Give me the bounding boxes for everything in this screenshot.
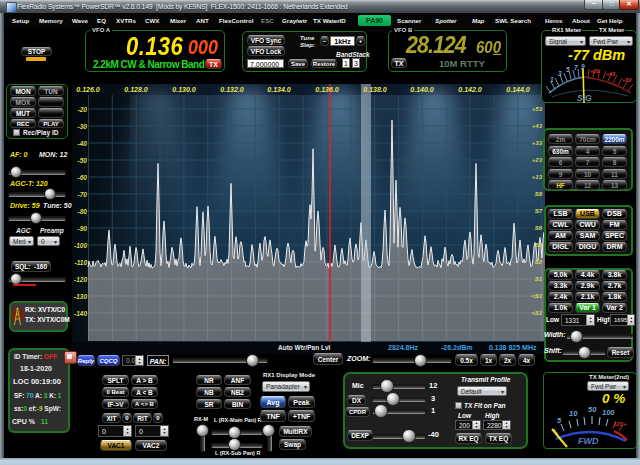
svg-text:-30: -30 [78, 123, 88, 130]
svg-text:0.138.0: 0.138.0 [363, 86, 386, 93]
svg-text:<S1: <S1 [531, 293, 543, 299]
svg-text:+43: +43 [532, 123, 543, 129]
svg-text:FWD: FWD [578, 436, 599, 446]
svg-text:0.126.0: 0.126.0 [76, 86, 99, 93]
svg-text:S4: S4 [535, 242, 543, 248]
svg-text:1: 1 [550, 76, 554, 83]
svg-text:0.130.0: 0.130.0 [172, 86, 195, 93]
svg-text:0.142.0: 0.142.0 [458, 86, 481, 93]
svg-text:S6: S6 [535, 225, 543, 231]
svg-text:+13: +13 [532, 174, 543, 180]
svg-text:3: 3 [558, 70, 562, 77]
svg-text:-60: -60 [78, 174, 88, 181]
svg-text:10: 10 [569, 409, 578, 418]
svg-text:50: 50 [588, 405, 597, 414]
svg-text:SIG: SIG [577, 93, 592, 103]
svg-text:5: 5 [566, 66, 570, 73]
svg-text:9: 9 [581, 63, 585, 70]
svg-text:+53: +53 [532, 106, 543, 112]
svg-text:-120: -120 [74, 276, 87, 283]
svg-text:0.134.0: 0.134.0 [267, 86, 290, 93]
svg-text:-90: -90 [78, 225, 88, 232]
svg-text:-70: -70 [78, 191, 88, 198]
svg-text:-140: -140 [74, 310, 87, 317]
svg-text:0.144.0: 0.144.0 [506, 86, 529, 93]
svg-text:0.140.0: 0.140.0 [410, 86, 433, 93]
svg-text:S9: S9 [535, 191, 543, 197]
svg-text:0.128.0: 0.128.0 [124, 86, 147, 93]
svg-text:<S1: <S1 [531, 310, 543, 316]
svg-text:0.136.0: 0.136.0 [315, 86, 338, 93]
svg-text:-40: -40 [78, 140, 88, 147]
svg-text:120+: 120+ [613, 421, 627, 427]
svg-text:+20: +20 [590, 68, 599, 74]
svg-text:S7: S7 [535, 208, 543, 214]
svg-text:100: 100 [602, 408, 615, 417]
svg-text:-100: -100 [74, 242, 87, 249]
svg-text:+23: +23 [532, 157, 543, 163]
svg-text:+33: +33 [532, 140, 543, 146]
svg-text:-50: -50 [78, 157, 88, 164]
svg-text:S1: S1 [535, 276, 543, 282]
svg-text:-110: -110 [74, 259, 87, 266]
svg-text:S2: S2 [535, 259, 543, 265]
svg-text:-80: -80 [78, 208, 88, 215]
svg-text:+40: +40 [606, 71, 615, 77]
svg-text:-130: -130 [74, 293, 87, 300]
svg-text:0.132.0: 0.132.0 [220, 86, 243, 93]
svg-text:5: 5 [557, 416, 562, 425]
svg-text:+60: +60 [622, 77, 631, 83]
svg-text:7: 7 [574, 64, 578, 71]
svg-text:-20: -20 [78, 106, 88, 113]
